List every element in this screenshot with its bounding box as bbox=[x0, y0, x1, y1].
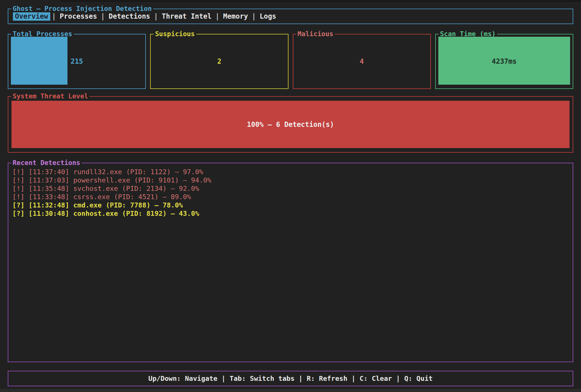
tab-threat-intel[interactable]: Threat Intel bbox=[160, 12, 214, 21]
malicious-gauge: 4 bbox=[296, 37, 428, 85]
stat-malicious: Malicious 4 bbox=[293, 34, 431, 89]
detection-row[interactable]: [!] [11:35:48] svchost.exe (PID: 2134) —… bbox=[12, 185, 569, 193]
malicious-value: 4 bbox=[296, 57, 428, 65]
header-box: Ghost — Process Injection Detection Over… bbox=[8, 9, 573, 24]
tab-separator: | bbox=[250, 12, 257, 20]
threat-level-label: 100% — 6 Detection(s) bbox=[11, 121, 570, 129]
scan-time-value: 4237ms bbox=[438, 57, 570, 65]
recent-detections-box: Recent Detections [!] [11:37:40] rundll3… bbox=[8, 163, 573, 362]
tab-separator: | bbox=[99, 12, 106, 20]
threat-level-box: System Threat Level 100% — 6 Detection(s… bbox=[8, 96, 573, 153]
tab-memory[interactable]: Memory bbox=[221, 12, 250, 21]
tab-logs[interactable]: Logs bbox=[258, 12, 278, 21]
tab-separator: | bbox=[50, 12, 58, 20]
suspicious-gauge: 2 bbox=[153, 37, 285, 85]
tab-separator: | bbox=[214, 12, 221, 20]
app-title: Ghost — Process Injection Detection bbox=[11, 5, 153, 12]
tab-separator: | bbox=[152, 12, 160, 20]
threat-level-title: System Threat Level bbox=[11, 92, 90, 100]
keyboard-hints: Up/Down: Navigate | Tab: Switch tabs | R… bbox=[8, 371, 573, 386]
app-root: Ghost — Process Injection Detection Over… bbox=[8, 9, 573, 386]
threat-level-gauge: 100% — 6 Detection(s) bbox=[11, 101, 570, 148]
total-processes-value: 215 bbox=[11, 57, 143, 65]
terminal-top-edge bbox=[61, 0, 581, 3]
detection-row[interactable]: [!] [11:37:03] powershell.exe (PID: 9101… bbox=[12, 176, 569, 185]
stat-total-processes: Total Processes 215 bbox=[8, 34, 146, 89]
stat-scan-time: Scan Time (ms) 4237ms bbox=[435, 34, 573, 89]
tab-processes[interactable]: Processes bbox=[58, 12, 99, 21]
detection-row[interactable]: [!] [11:37:40] rundll32.exe (PID: 1122) … bbox=[12, 168, 569, 176]
terminal-bottom-edge bbox=[0, 389, 581, 392]
tab-overview[interactable]: Overview bbox=[13, 12, 50, 21]
tab-detections[interactable]: Detections bbox=[107, 12, 152, 21]
scan-time-gauge: 4237ms bbox=[438, 37, 570, 85]
footer-bar: Up/Down: Navigate | Tab: Switch tabs | R… bbox=[8, 371, 573, 386]
suspicious-value: 2 bbox=[153, 57, 285, 65]
total-processes-gauge: 215 bbox=[11, 37, 143, 85]
detection-list: [!] [11:37:40] rundll32.exe (PID: 1122) … bbox=[8, 163, 573, 218]
stats-row: Total Processes 215 Suspicious 2 Malicio… bbox=[8, 34, 573, 89]
detection-row[interactable]: [!] [11:33:48] csrss.exe (PID: 4521) — 8… bbox=[12, 193, 569, 201]
recent-detections-title: Recent Detections bbox=[11, 159, 82, 166]
stat-suspicious: Suspicious 2 bbox=[150, 34, 288, 89]
detection-row[interactable]: [?] [11:32:48] cmd.exe (PID: 7788) — 78.… bbox=[12, 201, 569, 209]
detection-row[interactable]: [?] [11:30:48] conhost.exe (PID: 8192) —… bbox=[12, 209, 569, 218]
